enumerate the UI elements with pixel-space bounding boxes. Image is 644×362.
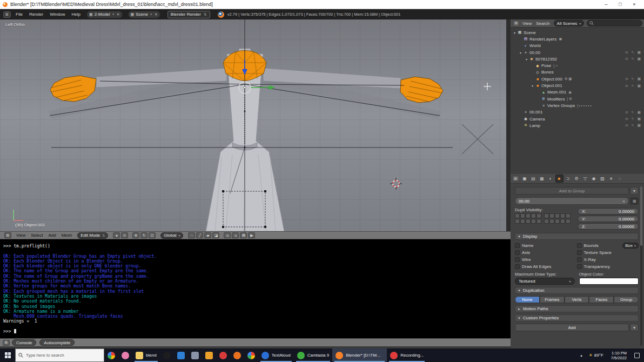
maximize-button[interactable]: □	[613, 2, 627, 7]
limit-to-visible-icon[interactable]: ◪	[212, 232, 219, 238]
taskbar-orange-folder-app[interactable]	[202, 348, 216, 362]
render-opengl-icon[interactable]: ▤	[240, 232, 247, 238]
custom-property-options-button[interactable]: ▾	[630, 324, 639, 331]
layer-toggle[interactable]	[515, 219, 520, 224]
render-engine-dropdown[interactable]: Blender Render ⇅	[167, 11, 210, 18]
layer-toggle[interactable]	[549, 213, 554, 218]
checkbox-name[interactable]: Name	[515, 242, 577, 249]
layer-toggle[interactable]	[520, 219, 525, 224]
editor-type-icon[interactable]: ⊞	[3, 340, 10, 346]
menu-help[interactable]: Help	[72, 12, 81, 17]
checkbox-wire[interactable]: Wire	[515, 256, 577, 263]
duplication-none-button[interactable]: None	[515, 296, 540, 303]
restrict-toggles[interactable]: ⊙ ↖ ▦	[625, 123, 642, 128]
menu-window[interactable]: Window	[50, 12, 65, 17]
layer-toggle[interactable]	[531, 213, 536, 218]
properties-tab-modifiers[interactable]: ⚙	[573, 175, 581, 183]
max-draw-type-dropdown[interactable]: Textured▾	[515, 278, 575, 285]
taskbar-textaloud[interactable]: TextAloud	[258, 348, 294, 362]
outliner-item-camera[interactable]: ◉Camera⊙ ↖ ▦	[511, 116, 644, 122]
duplication-frames-button[interactable]: Frames	[540, 296, 565, 303]
properties-tab-material[interactable]: ◉	[590, 175, 598, 183]
checkbox-bounds[interactable]: BoundsBox▾	[577, 242, 639, 249]
duplication-group-button[interactable]: Group	[614, 296, 639, 303]
menu-mesh[interactable]: Mesh	[62, 233, 72, 238]
display-section-header[interactable]: ▼Display	[515, 233, 639, 240]
editor-type-icon[interactable]: ⊞	[513, 21, 520, 26]
scene-selector[interactable]: ▦ Scene + ✕	[128, 11, 160, 18]
taskbar-file-explorer[interactable]: blend	[132, 348, 160, 362]
face-select-icon[interactable]: ▰	[204, 232, 211, 238]
add-layout-icon[interactable]: +	[112, 12, 115, 16]
restrict-toggles[interactable]: ⊙ ↖ ▦	[625, 50, 642, 55]
editor-type-icon[interactable]: ⊞	[4, 232, 11, 238]
layer-toggle[interactable]	[560, 213, 565, 218]
taskbar-blender[interactable]: Blender* [D:\TMBle...	[332, 348, 387, 362]
outliner-item-world[interactable]: ◐World	[511, 43, 644, 49]
layer-toggle[interactable]	[531, 219, 536, 224]
expand-arrow-icon[interactable]: ▾	[524, 57, 529, 61]
delete-layout-icon[interactable]: ✕	[117, 12, 120, 17]
dupli-offset-field-z[interactable]: Z:0.00000	[578, 223, 639, 230]
layer-toggle[interactable]	[515, 213, 520, 218]
viewport-3d[interactable]: Left Ortho (30) Object.001	[0, 19, 511, 231]
menu-view[interactable]: View	[16, 233, 25, 238]
browse-groups-button[interactable]: ▾	[630, 187, 639, 195]
menu-search[interactable]: Search	[536, 21, 549, 26]
restrict-toggles[interactable]: ⊙ ↖ ▦	[625, 77, 642, 81]
custom-properties-section-header[interactable]: ▼Custom Properties	[515, 314, 639, 321]
bounds-type-dropdown[interactable]: Box▾	[622, 243, 639, 249]
restrict-toggles[interactable]: ⊙ ↖ ▦	[625, 84, 642, 88]
menu-add[interactable]: Add	[48, 233, 56, 238]
translate-manipulator-icon[interactable]: ⊕	[132, 232, 139, 238]
outliner-item-modifiers[interactable]: ⚙Modifiers| ⚙	[511, 96, 644, 102]
outliner-item-bones[interactable]: ◇Bones	[511, 69, 644, 76]
group-specials-button[interactable]: ⊞	[630, 197, 639, 205]
tray-weather[interactable]: ☀ 89°F	[589, 353, 603, 358]
taskbar-camtasia[interactable]: Camtasia 9	[294, 348, 332, 362]
taskbar-pet-app[interactable]	[118, 348, 132, 362]
outliner-scope-dropdown[interactable]: All Scenes ▾	[554, 20, 585, 26]
remove-from-group-icon[interactable]: ×	[622, 199, 625, 204]
properties-tab-physics[interactable]: ◌	[616, 175, 624, 183]
add-custom-property-button[interactable]: Add	[515, 324, 629, 331]
layer-toggle[interactable]	[544, 219, 549, 224]
taskbar-desktop-app[interactable]	[188, 348, 202, 362]
tray-expand-icon[interactable]: ▴	[580, 353, 582, 358]
motion-paths-section-header[interactable]: ►Motion Paths	[515, 305, 639, 312]
restrict-toggles[interactable]: ⊙ ↖ ▦	[625, 117, 642, 121]
taskbar-media-app[interactable]	[104, 348, 118, 362]
proportional-edit-icon[interactable]: ◎	[224, 232, 231, 238]
menu-view[interactable]: View	[522, 21, 532, 26]
outliner-item-vertex-groups[interactable]: ≡Vertex Groups| ▪ ▪ ▪ ▪ ▪ ▪	[511, 102, 644, 109]
layer-toggle[interactable]	[536, 219, 541, 224]
close-button[interactable]: ×	[627, 2, 641, 7]
layer-toggle[interactable]	[549, 219, 554, 224]
rotate-manipulator-icon[interactable]: ↻	[140, 232, 147, 238]
properties-tab-world[interactable]: ◐	[547, 175, 555, 183]
properties-tab-render[interactable]: ▣	[521, 175, 529, 183]
properties-tab-particles[interactable]: ∗	[607, 175, 615, 183]
checkbox-axis[interactable]: Axis	[515, 249, 577, 256]
layer-toggle[interactable]	[555, 213, 560, 218]
properties-scrollbar[interactable]	[640, 186, 642, 346]
taskbar-search-input[interactable]: Type here to search	[15, 348, 104, 362]
outliner-item-renderlayers[interactable]: ▤RenderLayers▣	[511, 36, 644, 42]
editor-type-icon[interactable]: ⊞	[512, 176, 519, 182]
snap-magnet-icon[interactable]: ∪	[232, 232, 239, 238]
scale-manipulator-icon[interactable]: ⊡	[149, 232, 156, 238]
outliner-item-mesh-001[interactable]: ▲Mesh.001◉	[511, 89, 644, 96]
notification-center-icon[interactable]	[634, 353, 640, 358]
outliner-item-00-00[interactable]: ▾+00.00⊙ ↖ ▦	[511, 49, 644, 56]
layer-toggle[interactable]	[544, 213, 549, 218]
restrict-toggles[interactable]: ⊙ ↖ ▦	[625, 57, 642, 61]
edge-select-icon[interactable]: ╱	[196, 232, 203, 238]
outliner-item-00-001[interactable]: +00.001⊙ ↖ ▦	[511, 109, 644, 116]
checkbox-transparency[interactable]: Transparency	[577, 263, 639, 270]
dupli-offset-field-y[interactable]: Y:0.00000	[578, 216, 639, 222]
properties-tab-constraints[interactable]: ⊃	[564, 175, 572, 183]
mode-dropdown[interactable]: Edit Mode ⇅	[77, 232, 108, 239]
taskbar-firefox-browser[interactable]	[230, 348, 244, 362]
console-autocomplete-button[interactable]: Autocomplete	[39, 339, 75, 346]
layer-toggle[interactable]	[520, 213, 525, 218]
